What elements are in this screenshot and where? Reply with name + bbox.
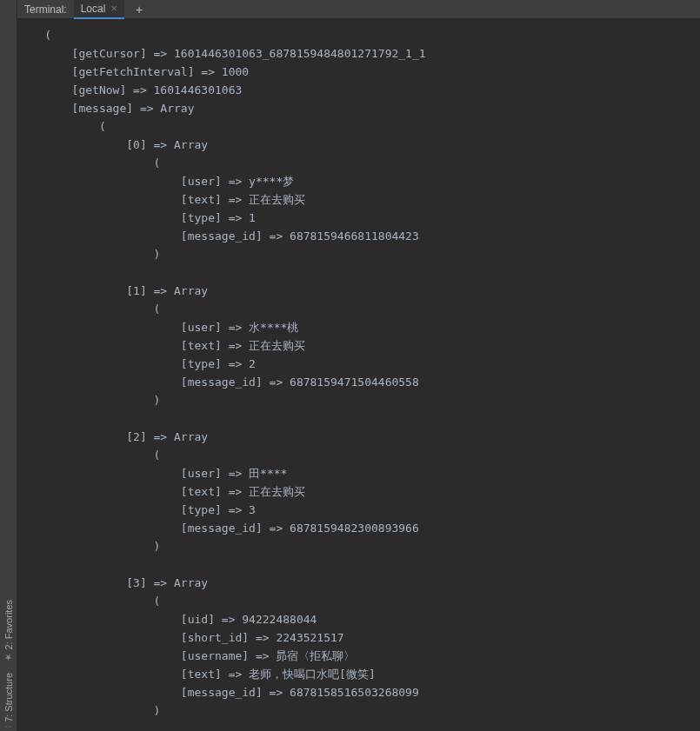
ide-terminal-panel: ★ 2: Favorites ⦙ 7: Structure Terminal: … bbox=[0, 0, 700, 731]
terminal-viewport[interactable]: ( [getCursor] => 1601446301063_687815948… bbox=[17, 19, 700, 731]
terminal-tabbar: Terminal: Local × + bbox=[17, 0, 700, 19]
terminal-title: Terminal: bbox=[17, 3, 74, 16]
terminal-tool-window: Terminal: Local × + ( [getCursor] => 160… bbox=[17, 0, 700, 731]
toolwindow-structure-label: 7: Structure bbox=[3, 673, 14, 722]
close-icon[interactable]: × bbox=[110, 3, 117, 14]
star-icon: ★ bbox=[3, 653, 13, 662]
terminal-tab-label: Local bbox=[81, 3, 106, 15]
toolwindow-favorites-label: 2: Favorites bbox=[3, 600, 14, 649]
plus-icon: + bbox=[136, 3, 143, 17]
toolwindow-favorites[interactable]: ★ 2: Favorites bbox=[3, 600, 14, 662]
new-terminal-button[interactable]: + bbox=[130, 0, 149, 19]
terminal-tab-local[interactable]: Local × bbox=[74, 0, 124, 19]
toolwindow-structure[interactable]: ⦙ 7: Structure bbox=[3, 673, 14, 728]
structure-icon: ⦙ bbox=[3, 726, 14, 728]
tool-window-stripe-left: ★ 2: Favorites ⦙ 7: Structure bbox=[0, 0, 17, 731]
terminal-output[interactable]: ( [getCursor] => 1601446301063_687815948… bbox=[17, 26, 700, 720]
